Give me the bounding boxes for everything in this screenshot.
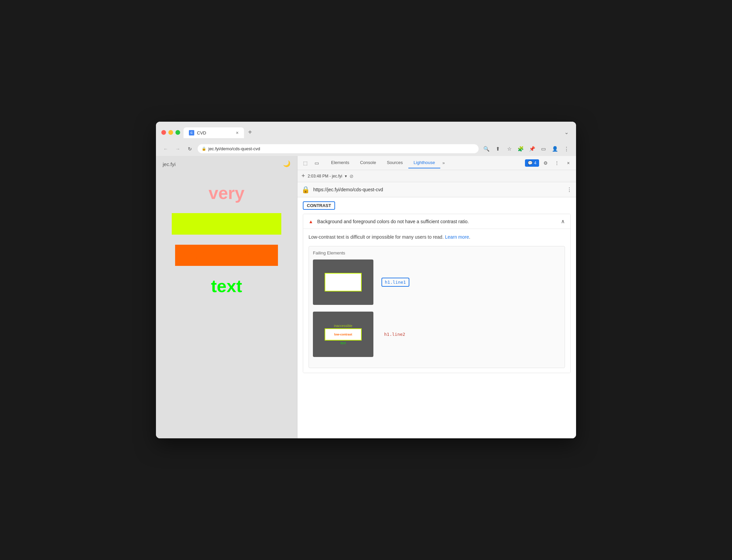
- thumb2-text-text: text: [340, 341, 346, 345]
- tab-console[interactable]: Console: [355, 157, 381, 168]
- minimize-traffic-light[interactable]: [168, 130, 173, 135]
- close-traffic-light[interactable]: [161, 130, 166, 135]
- moon-icon[interactable]: 🌙: [283, 160, 290, 167]
- block-button[interactable]: ⊘: [350, 173, 354, 179]
- tab-elements[interactable]: Elements: [326, 157, 355, 168]
- failing-thumbnail-1: [313, 259, 373, 305]
- more-options-icon[interactable]: ⋮: [562, 145, 571, 153]
- audit-warning-icon: ▲: [309, 219, 313, 224]
- cursor-icon[interactable]: ⬚: [300, 158, 310, 168]
- active-browser-tab[interactable]: C CVD ×: [184, 127, 244, 138]
- tab-lighthouse[interactable]: Lighthouse: [408, 157, 441, 168]
- failing-selector-1[interactable]: h1.line1: [381, 278, 409, 287]
- text-text: text: [211, 276, 242, 296]
- contrast-badge[interactable]: CONTRAST: [303, 201, 335, 210]
- toolbar-icons: 🔍 ⬆ ☆ 🧩 📌 ▭ 👤 ⋮: [482, 145, 571, 153]
- low-contrast-text: low-contrast: [175, 245, 278, 266]
- browser-window: C CVD × + ⌄ ← → ↻ 🔒 jec.fyi/demo/cds-que…: [156, 122, 576, 438]
- lighthouse-url-more-icon[interactable]: ⋮: [567, 187, 572, 193]
- lighthouse-subbar: + 2:03:48 PM - jec.fyi ▾ ⊘: [297, 170, 576, 182]
- failing-item-1: h1.line1: [313, 259, 561, 305]
- chat-badge-button[interactable]: 💬 4: [525, 159, 539, 167]
- tab-chevron-button[interactable]: ⌄: [562, 127, 571, 137]
- title-bar: C CVD × + ⌄: [156, 122, 576, 142]
- tab-more-button[interactable]: »: [440, 158, 447, 168]
- new-tab-button[interactable]: +: [244, 126, 256, 138]
- chat-icon: 💬: [528, 161, 533, 165]
- back-button[interactable]: ←: [161, 145, 170, 153]
- page-content: jec.fyi 🌙 very inaccessible low-contrast…: [156, 156, 297, 438]
- failing-selector-2[interactable]: h1.line2: [381, 330, 408, 338]
- lighthouse-panel: CONTRAST ▲ Background and foreground col…: [297, 197, 576, 438]
- failing-thumbnail-2: inaccessible low-contrast text: [313, 312, 373, 357]
- site-label: jec.fyi: [163, 161, 175, 167]
- devtools-more-icon[interactable]: ⋮: [552, 158, 562, 168]
- audit-result-text: Background and foreground colors do not …: [317, 219, 557, 224]
- sidebar-icon[interactable]: ▭: [539, 145, 548, 153]
- lock-icon: 🔒: [202, 147, 206, 151]
- thumbnail-highlight-box-2: low-contrast: [325, 328, 362, 341]
- audit-result-header: ▲ Background and foreground colors do no…: [303, 214, 570, 229]
- timestamp-label: 2:03:48 PM - jec.fyi: [308, 174, 342, 178]
- pin-icon[interactable]: 📌: [528, 145, 536, 153]
- lighthouse-url-bar: 🔒 https://jec.fyi/demo/cds-quest-cvd ⋮: [297, 182, 576, 197]
- extension-icon[interactable]: 🧩: [516, 145, 525, 153]
- tab-title: CVD: [197, 130, 206, 135]
- learn-more-link[interactable]: Learn more: [445, 234, 469, 240]
- devtools-toolbar: ⬚ ▭ Elements Console Sources Lighthouse …: [297, 156, 576, 170]
- tabs-bar: C CVD × + ⌄: [184, 126, 571, 138]
- devtools-panel: ⬚ ▭ Elements Console Sources Lighthouse …: [297, 156, 576, 438]
- failing-item-2: inaccessible low-contrast text h1.line2: [313, 312, 561, 357]
- devtools-toolbar-right: 💬 4 ⚙ ⋮ ×: [525, 158, 573, 168]
- tab-favicon: C: [189, 130, 194, 135]
- maximize-traffic-light[interactable]: [175, 130, 180, 135]
- search-icon[interactable]: 🔍: [482, 145, 491, 153]
- audit-collapse-button[interactable]: ∧: [561, 218, 565, 225]
- inaccessible-text: inaccessible: [172, 213, 281, 235]
- share-icon[interactable]: ⬆: [493, 145, 502, 153]
- address-input[interactable]: 🔒 jec.fyi/demo/cds-quest-cvd: [198, 144, 479, 153]
- audit-description-text: Low-contrast text is difficult or imposs…: [309, 234, 444, 240]
- audit-description: Low-contrast text is difficult or imposs…: [309, 234, 565, 241]
- star-icon[interactable]: ☆: [505, 145, 514, 153]
- settings-icon[interactable]: ⚙: [540, 158, 551, 168]
- failing-elements-box: Failing Elements h1.line1: [309, 246, 565, 368]
- reload-button[interactable]: ↻: [186, 145, 194, 153]
- audit-result-body: Low-contrast text is difficult or imposs…: [303, 229, 570, 373]
- address-bar: ← → ↻ 🔒 jec.fyi/demo/cds-quest-cvd 🔍 ⬆ ☆…: [156, 142, 576, 156]
- timestamp-dropdown[interactable]: ▾: [345, 174, 347, 178]
- failing-elements-label: Failing Elements: [313, 250, 561, 255]
- devtools-close-icon[interactable]: ×: [563, 158, 573, 168]
- thumbnail-highlight-box-1: [325, 273, 362, 291]
- plus-button[interactable]: +: [301, 172, 305, 179]
- audit-result: ▲ Background and foreground colors do no…: [303, 214, 571, 373]
- lighthouse-url-text: https://jec.fyi/demo/cds-quest-cvd: [313, 187, 563, 192]
- chat-count: 4: [534, 161, 536, 165]
- lighthouse-warning-icon: 🔒: [301, 186, 310, 194]
- forward-button[interactable]: →: [173, 145, 182, 153]
- main-area: jec.fyi 🌙 very inaccessible low-contrast…: [156, 156, 576, 438]
- very-text: very: [209, 183, 245, 203]
- tab-close-button[interactable]: ×: [236, 130, 239, 135]
- contrast-label: CONTRAST: [307, 203, 331, 208]
- device-icon[interactable]: ▭: [312, 158, 322, 168]
- tab-sources[interactable]: Sources: [381, 157, 408, 168]
- page-texts: very inaccessible low-contrast text: [172, 183, 281, 296]
- devtools-tabs: Elements Console Sources Lighthouse »: [326, 157, 524, 168]
- thumb2-inaccessible-text: inaccessible: [334, 324, 352, 328]
- url-text: jec.fyi/demo/cds-quest-cvd: [208, 146, 260, 151]
- account-icon[interactable]: 👤: [551, 145, 559, 153]
- traffic-lights: [161, 130, 180, 135]
